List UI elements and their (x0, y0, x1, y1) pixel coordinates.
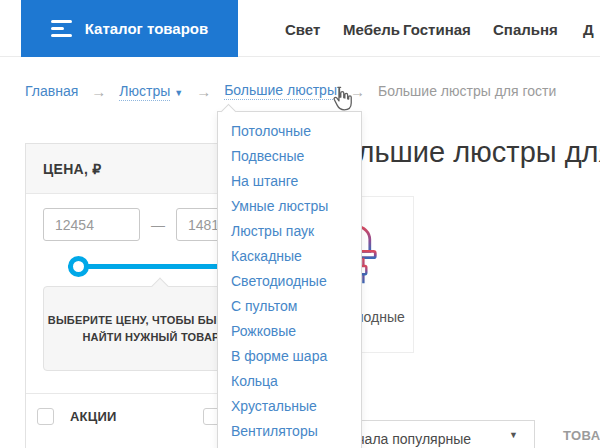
nav-item-gostinaya[interactable]: Гостиная (403, 21, 471, 38)
dropdown-item[interactable]: Хрустальные (231, 398, 361, 414)
breadcrumb-big-lustry-link[interactable]: Большие люстры (224, 82, 337, 100)
dropdown-item[interactable]: Вентиляторы (231, 423, 361, 439)
price-hint-line2: НАЙТИ НУЖНЫЙ ТОВАР (82, 329, 219, 346)
top-navbar: Каталог товаров Свет Мебель Гостиная Спа… (0, 0, 600, 57)
dropdown-item[interactable]: Подвесные (231, 148, 361, 164)
dropdown-item[interactable]: Рожковые (231, 323, 361, 339)
price-slider-handle[interactable] (68, 256, 89, 277)
checkbox-akcii[interactable]: АКЦИИ (37, 408, 117, 425)
catalog-page: Каталог товаров Свет Мебель Гостиная Спа… (0, 0, 600, 448)
dropdown-item[interactable]: На штанге (231, 173, 361, 189)
dropdown-item[interactable]: С пультом (231, 298, 361, 314)
page-title: Большие люстры для гостиной (323, 136, 600, 169)
breadcrumb-arrow-icon: → (196, 83, 211, 100)
dropdown-item[interactable]: Каскадные (231, 248, 361, 264)
dropdown-item[interactable]: В форме шара (231, 348, 361, 364)
subcategory-dropdown: Потолочные Подвесные На штанге Умные люс… (217, 111, 362, 448)
breadcrumb-lustry: Люстры▼ (119, 83, 183, 99)
catalog-button[interactable]: Каталог товаров (21, 0, 238, 57)
hamburger-icon (51, 20, 72, 37)
nav-item-spalnya[interactable]: Спальня (493, 21, 558, 38)
dropdown-item[interactable]: Потолочные (231, 123, 361, 139)
dropdown-item[interactable]: Светодиодные (231, 273, 361, 289)
breadcrumb: Главная → Люстры▼ → Большие люстры → Бол… (25, 82, 556, 100)
dropdown-item[interactable]: Люстры паук (231, 223, 361, 239)
cursor-hand-icon (330, 85, 354, 117)
dropdown-item[interactable]: Умные люстры (231, 198, 361, 214)
checkbox-akcii-label: АКЦИИ (70, 409, 117, 424)
chevron-down-icon: ▼ (174, 88, 183, 98)
catalog-button-label: Каталог товаров (85, 20, 209, 37)
nav-item-svet[interactable]: Свет (285, 21, 320, 38)
tooltip-notch (152, 278, 169, 295)
dropdown-notch (221, 104, 237, 120)
price-min-input[interactable] (43, 208, 140, 241)
dropdown-item[interactable]: Кольца (231, 373, 361, 389)
breadcrumb-home-link[interactable]: Главная (25, 83, 78, 99)
products-count-label: ТОВАРОВ (563, 428, 600, 443)
chevron-down-icon: ▼ (509, 430, 518, 440)
breadcrumb-current: Большие люстры для гости (378, 83, 556, 99)
breadcrumb-arrow-icon: → (91, 83, 106, 100)
price-dash: — (151, 217, 165, 233)
checkbox-icon[interactable] (37, 408, 54, 425)
breadcrumb-lustry-link[interactable]: Люстры (119, 83, 170, 101)
nav-item-detskaya[interactable]: Д (583, 21, 594, 38)
nav-item-mebel[interactable]: Мебель (343, 21, 400, 38)
